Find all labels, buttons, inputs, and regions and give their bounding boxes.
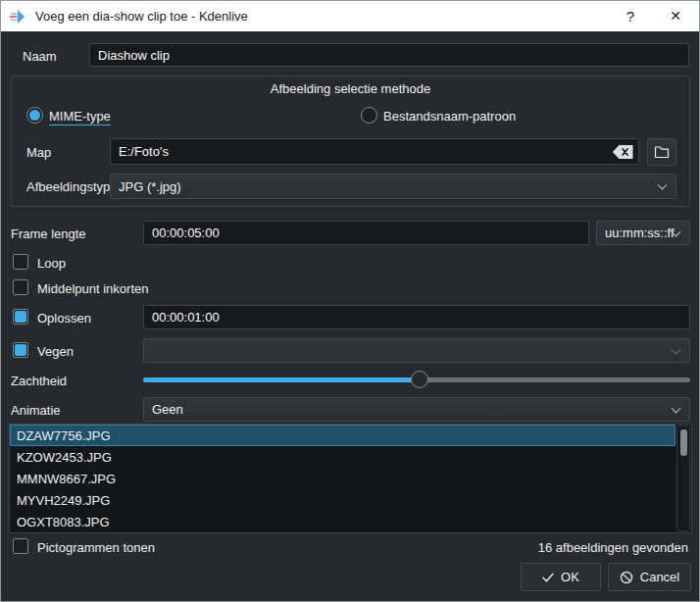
show-thumbnails-label[interactable]: Pictogrammen tonen xyxy=(37,540,155,555)
softness-label: Zachtheid xyxy=(11,374,67,388)
chevron-down-icon xyxy=(672,403,681,413)
wipe-checkbox[interactable] xyxy=(13,342,28,358)
frame-length-input[interactable] xyxy=(143,221,589,245)
loop-label[interactable]: Loop xyxy=(37,256,66,271)
animation-label: Animatie xyxy=(11,403,61,418)
titlebar: Voeg een dia-show clip toe - Kdenlive ? … xyxy=(1,1,699,31)
slider-handle[interactable] xyxy=(411,371,428,388)
status-text: 16 afbeeldingen gevonden xyxy=(538,540,688,555)
image-selection-groupbox: Afbeelding selectie methode MIME-type Be… xyxy=(11,75,690,207)
list-item[interactable]: OGXT8083.JPG xyxy=(10,511,675,532)
frame-length-label: Frame lengte xyxy=(11,226,86,241)
kdenlive-logo-icon xyxy=(10,8,27,25)
loop-checkbox[interactable] xyxy=(13,254,28,270)
wipe-combobox[interactable] xyxy=(143,338,690,363)
file-list[interactable]: DZAW7756.JPGKZOW2453.JPGMMNW8667.JPGMYVH… xyxy=(9,424,692,533)
slider-fill xyxy=(143,377,420,382)
timecode-format-combobox[interactable]: uu:mm:ss::ff xyxy=(596,221,690,245)
folder-input-wrap xyxy=(110,138,639,165)
check-icon xyxy=(542,573,554,582)
clear-backspace-icon[interactable] xyxy=(612,144,633,159)
mime-type-radio[interactable] xyxy=(26,107,43,124)
close-icon[interactable]: ✕ xyxy=(656,1,695,31)
crop-center-label[interactable]: Middelpunt inkorten xyxy=(37,281,148,296)
crop-center-checkbox[interactable] xyxy=(13,279,28,295)
chevron-down-icon xyxy=(658,180,668,190)
filename-pattern-radio-label[interactable]: Bestandsnaam-patroon xyxy=(383,109,516,124)
add-slideshow-dialog: Voeg een dia-show clip toe - Kdenlive ? … xyxy=(0,0,700,602)
browse-folder-button[interactable] xyxy=(647,138,676,166)
folder-input[interactable] xyxy=(110,138,639,165)
filename-pattern-radio[interactable] xyxy=(361,107,377,124)
ok-button-label: OK xyxy=(561,570,579,584)
ok-button[interactable]: OK xyxy=(521,563,601,591)
mime-type-radio-label[interactable]: MIME-type xyxy=(49,109,111,125)
animation-combobox[interactable]: Geen xyxy=(143,397,690,422)
groupbox-title: Afbeelding selectie methode xyxy=(12,81,689,96)
chevron-down-icon xyxy=(672,344,681,354)
name-input[interactable] xyxy=(89,43,689,67)
list-item[interactable]: MYVH2249.JPG xyxy=(10,489,675,511)
window-title: Voeg een dia-show clip toe - Kdenlive xyxy=(35,9,248,24)
wipe-label[interactable]: Vegen xyxy=(37,344,74,359)
scrollbar-thumb[interactable] xyxy=(680,429,687,456)
help-icon[interactable]: ? xyxy=(611,1,650,31)
cancel-button-label: Cancel xyxy=(640,570,679,584)
name-label: Naam xyxy=(23,49,57,64)
image-type-label: Afbeeldingstype xyxy=(26,179,118,194)
softness-slider[interactable] xyxy=(143,371,690,388)
list-item[interactable]: MMNW8667.JPG xyxy=(10,468,675,489)
animation-value: Geen xyxy=(152,402,183,417)
cancel-button[interactable]: Cancel xyxy=(608,563,691,591)
image-type-value: JPG (*.jpg) xyxy=(119,179,181,194)
scrollbar[interactable] xyxy=(676,426,690,531)
show-thumbnails-checkbox[interactable] xyxy=(13,538,28,554)
folder-icon xyxy=(654,145,670,159)
dissolve-label[interactable]: Oplossen xyxy=(37,311,91,326)
file-list-rows: DZAW7756.JPGKZOW2453.JPGMMNW8667.JPGMYVH… xyxy=(10,425,675,532)
dissolve-checkbox[interactable] xyxy=(13,309,28,325)
timecode-format-value: uu:mm:ss::ff xyxy=(605,226,675,240)
dissolve-duration-input[interactable] xyxy=(143,305,690,329)
list-item[interactable]: DZAW7756.JPG xyxy=(10,425,675,446)
image-type-combobox[interactable]: JPG (*.jpg) xyxy=(110,174,676,199)
list-item[interactable]: KZOW2453.JPG xyxy=(10,446,675,468)
folder-label: Map xyxy=(26,145,51,160)
cancel-circle-icon xyxy=(620,571,633,584)
